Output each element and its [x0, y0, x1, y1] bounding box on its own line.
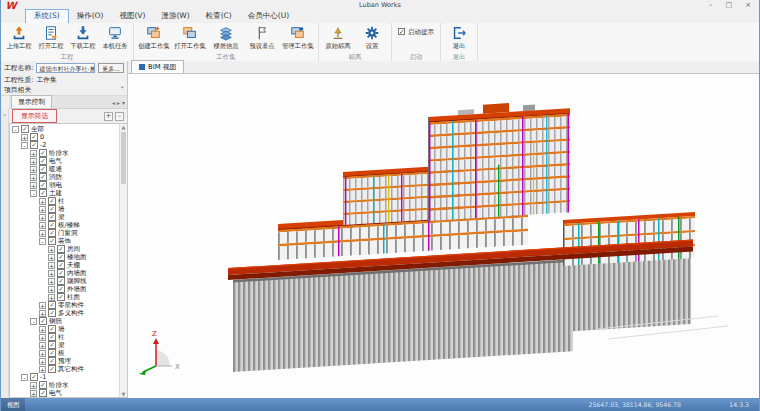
menu-member-center[interactable]: 会员中心(U) — [240, 10, 297, 23]
tree-node[interactable]: +✓柱 — [10, 333, 119, 341]
floor-info-button[interactable]: 楼层信息 — [208, 24, 244, 52]
settings-button[interactable]: 设置 — [355, 24, 389, 52]
tree-checkbox[interactable]: ✓ — [48, 197, 56, 205]
tree-checkbox[interactable]: ✓ — [48, 237, 56, 245]
tree-node[interactable]: -✓全部 — [10, 125, 119, 133]
minimize-button[interactable]: – — [709, 1, 713, 9]
more-button[interactable]: 更多... — [98, 63, 124, 73]
menu-check[interactable]: 检查(C) — [198, 10, 240, 23]
tree-checkbox[interactable]: ✓ — [39, 317, 47, 325]
tree-checkbox[interactable]: ✓ — [48, 365, 56, 373]
tree-expander-icon[interactable]: + — [39, 366, 46, 373]
tree-expander-icon[interactable]: + — [39, 214, 46, 221]
tree-expander-icon[interactable]: + — [30, 382, 37, 389]
tree-checkbox[interactable]: ✓ — [39, 149, 47, 157]
menu-operate[interactable]: 操作(O) — [69, 10, 112, 23]
tree-node[interactable]: +✓多义构件 — [10, 309, 119, 317]
tree-node[interactable]: +✓弱电 — [10, 181, 119, 189]
upload-project-button[interactable]: 上传工程 — [3, 24, 35, 52]
tree-node[interactable]: +✓踢脚线 — [10, 277, 119, 285]
tree-node[interactable]: +✓消防 — [10, 173, 119, 181]
expand-all-button[interactable]: + — [104, 112, 113, 121]
tree-checkbox[interactable]: ✓ — [48, 341, 56, 349]
tree-node[interactable]: +✓梁 — [10, 341, 119, 349]
tree-node[interactable]: +✓墙 — [10, 325, 119, 333]
tree-expander-icon[interactable]: - — [39, 238, 46, 245]
tree-expander-icon[interactable]: + — [39, 342, 46, 349]
tree-node[interactable]: +✓房间 — [10, 245, 119, 253]
tree-node[interactable]: +✓暖通 — [10, 165, 119, 173]
tree-expander-icon[interactable]: + — [39, 198, 46, 205]
open-workset-button[interactable]: 打开工作集 — [172, 24, 208, 52]
tree-expander-icon[interactable]: - — [30, 318, 37, 325]
tree-node[interactable]: +✓电气 — [10, 389, 119, 397]
tab-list-icon[interactable]: ▾ — [122, 99, 125, 106]
collapse-all-button[interactable]: - — [115, 112, 124, 121]
tree-node[interactable]: -✓装饰 — [10, 237, 119, 245]
tree-node[interactable]: +✓楼地面 — [10, 253, 119, 261]
tree-expander-icon[interactable]: + — [39, 222, 46, 229]
bim-canvas[interactable]: Z X — [128, 74, 759, 398]
exit-button[interactable]: 退出 — [443, 24, 475, 52]
tree-expander-icon[interactable]: - — [12, 126, 19, 133]
tab-bim-view[interactable]: BIM 视图 — [131, 60, 184, 73]
tree-expander-icon[interactable]: - — [21, 142, 28, 149]
tree-expander-icon[interactable]: - — [30, 190, 37, 197]
tree-checkbox[interactable]: ✓ — [48, 301, 56, 309]
tree-checkbox[interactable]: ✓ — [39, 381, 47, 389]
tree-checkbox[interactable]: ✓ — [30, 141, 38, 149]
tree-checkbox[interactable]: ✓ — [39, 181, 47, 189]
menu-system[interactable]: 系统(S) — [25, 9, 69, 23]
tree-checkbox[interactable]: ✓ — [30, 133, 38, 141]
local-task-button[interactable]: 本机任务 — [99, 24, 131, 52]
open-project-button[interactable]: 打开工程 — [35, 24, 67, 52]
tree-node[interactable]: +✓内墙面 — [10, 269, 119, 277]
tree-expander-icon[interactable]: + — [39, 326, 46, 333]
tree-expander-icon[interactable]: + — [48, 278, 55, 285]
base-point-button[interactable]: 预设基点 — [244, 24, 280, 52]
tree-checkbox[interactable]: ✓ — [39, 173, 47, 181]
tree-checkbox[interactable]: ✓ — [48, 349, 56, 357]
tree-checkbox[interactable]: ✓ — [48, 333, 56, 341]
tree-node[interactable]: -✓钢筋 — [10, 317, 119, 325]
menu-view[interactable]: 视图(V) — [111, 10, 153, 23]
tree-checkbox[interactable]: ✓ — [48, 213, 56, 221]
tree-node[interactable]: +✓柱 — [10, 197, 119, 205]
tree-node[interactable]: +✓外墙面 — [10, 285, 119, 293]
tree-expander-icon[interactable]: + — [48, 270, 55, 277]
original-elevation-button[interactable]: 原始标高 — [321, 24, 355, 52]
tree-checkbox[interactable]: ✓ — [39, 389, 47, 397]
tree-checkbox[interactable]: ✓ — [39, 189, 47, 197]
tree-node[interactable]: -✓土建 — [10, 189, 119, 197]
tree-expander-icon[interactable]: + — [39, 230, 46, 237]
tree-expander-icon[interactable]: - — [21, 374, 28, 381]
tree-checkbox[interactable]: ✓ — [57, 285, 65, 293]
tree-checkbox[interactable]: ✓ — [57, 253, 65, 261]
maximize-button[interactable]: □ — [726, 1, 733, 9]
tab-scroll-left-icon[interactable]: ◂ — [112, 99, 115, 106]
tree-node[interactable]: +✓0 — [10, 133, 119, 141]
tree-expander-icon[interactable]: + — [30, 182, 37, 189]
tree-checkbox[interactable]: ✓ — [48, 325, 56, 333]
tree-checkbox[interactable]: ✓ — [57, 277, 65, 285]
model-tree[interactable]: -✓全部+✓0-✓-2+✓给排水+✓电气+✓暖通+✓消防+✓弱电-✓土建+✓柱+… — [10, 125, 119, 397]
tab-display-control[interactable]: 显示控制 — [11, 95, 52, 108]
tree-checkbox[interactable]: ✓ — [48, 221, 56, 229]
display-filter-button[interactable]: 显示筛选 — [12, 109, 57, 123]
scroll-up-icon[interactable]: ▲ — [120, 124, 127, 130]
tree-expander-icon[interactable]: + — [30, 158, 37, 165]
project-name-dropdown[interactable]: 建德市村社办事社-施工模型 ▾ — [36, 63, 95, 73]
tree-checkbox[interactable]: ✓ — [39, 157, 47, 165]
tree-expander-icon[interactable]: + — [48, 286, 55, 293]
tree-expander-icon[interactable]: + — [39, 310, 46, 317]
menu-roam[interactable]: 漫游(W) — [153, 10, 197, 23]
tree-expander-icon[interactable]: + — [39, 358, 46, 365]
tree-expander-icon[interactable]: + — [39, 350, 46, 357]
tree-checkbox[interactable]: ✓ — [39, 165, 47, 173]
create-workset-button[interactable]: 创建工作集 — [136, 24, 172, 52]
download-project-button[interactable]: 下载工程 — [67, 24, 99, 52]
tree-expander-icon[interactable]: + — [30, 166, 37, 173]
tree-checkbox[interactable]: ✓ — [57, 261, 65, 269]
tree-node[interactable]: +✓给排水 — [10, 149, 119, 157]
tree-checkbox[interactable]: ✓ — [48, 205, 56, 213]
